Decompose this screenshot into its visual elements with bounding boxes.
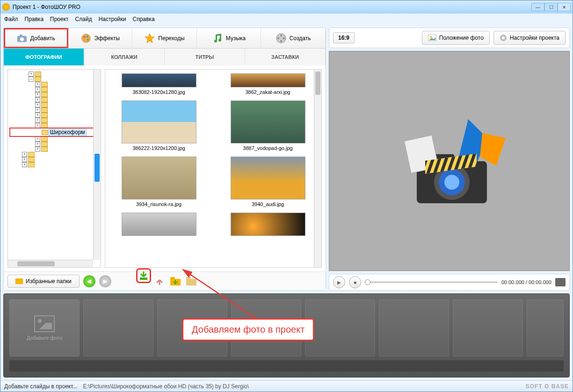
add-to-project-icon[interactable] [138,270,150,282]
thumb-item[interactable]: 3940_audi.jpg [218,157,318,207]
annotation-callout: Добавляем фото в проект [182,318,314,341]
menu-project[interactable]: Проект [50,16,69,22]
playback-bar: ▶ ■ 00:00.000 / 00:00.000 [329,274,570,291]
thumbnail-grid: 383082-1920x1280.jpg 3862_zakat-arxi.jpg… [105,69,322,268]
thumb-item[interactable]: 3887_vodopad-go.jpg [218,100,318,151]
tab-collages[interactable]: КОЛЛАЖИ [84,49,165,65]
svg-rect-17 [186,277,191,280]
svg-marker-28 [480,133,506,166]
thumb-item[interactable]: 3934_risunok-ra.jpg [109,157,209,207]
tree-scrollbar-horizontal[interactable] [8,260,93,267]
svg-point-2 [20,37,24,41]
project-settings-button[interactable]: Настройки проекта [493,31,566,45]
timeline-placeholder[interactable]: Добавьте фото [9,299,80,356]
timeline-slot[interactable] [83,299,153,356]
remove-icon[interactable] [153,275,166,287]
transitions-button[interactable]: Переходы [132,28,197,48]
thumbs-scrollbar[interactable] [314,70,321,267]
thumb-item[interactable]: 3862_zakat-arxi.jpg [218,73,318,95]
aspect-ratio-button[interactable]: 16:9 [333,32,355,43]
remove-folder-icon[interactable] [185,275,197,287]
app-logo-icon [389,110,510,213]
create-label: Создать [290,35,311,42]
timeline-slot[interactable] [453,299,523,356]
timeline-slot[interactable] [379,299,449,356]
svg-marker-7 [145,34,154,43]
add-button[interactable]: Добавить [4,28,68,48]
image-icon [428,35,436,41]
svg-point-26 [444,175,459,190]
placeholder-label: Добавьте фото [27,335,63,341]
svg-point-4 [83,36,85,38]
svg-point-19 [430,36,432,38]
preview-area [329,51,570,271]
maximize-button[interactable]: ☐ [544,3,558,11]
timeline-slot[interactable] [527,299,564,356]
brand-watermark: SOFT O BASE [526,383,569,390]
gear-icon [500,34,507,42]
palette-icon [80,33,92,44]
tab-splash[interactable]: ЗАСТАВКИ [245,49,326,65]
music-icon [212,33,223,44]
camera-icon [16,33,28,44]
folder-tree[interactable]: + − + + + + + + + + + Широкоформ [7,69,101,268]
fullscreen-button[interactable] [555,278,566,286]
svg-rect-15 [170,277,175,280]
music-button[interactable]: Музыка [197,28,261,48]
svg-point-11 [280,40,282,42]
tab-photos[interactable]: ФОТОГРАФИИ [4,49,84,65]
svg-rect-1 [20,35,22,36]
svg-point-5 [87,36,88,37]
play-button[interactable]: ▶ [333,276,345,288]
create-button[interactable]: Создать [261,28,326,48]
photo-position-button[interactable]: Положение фото [422,31,490,45]
app-window: Проект 1 - ФотоШОУ PRO — ☐ ✕ Файл Правка… [0,0,573,392]
timeline-slot[interactable] [305,299,375,356]
effects-button[interactable]: Эффекты [68,28,133,48]
nav-back-icon[interactable]: ◀ [83,275,95,287]
svg-point-10 [283,37,285,39]
titlebar: Проект 1 - ФотоШОУ PRO — ☐ ✕ [0,0,573,14]
thumb-item[interactable]: 383082-1920x1280.jpg [109,73,209,95]
nav-forward-icon[interactable]: ▶ [99,275,111,287]
thumb-item[interactable]: 386222-1920x1200.jpg [109,100,209,151]
svg-point-21 [502,36,505,39]
add-folder-icon[interactable] [169,275,181,287]
main-toolbar: Добавить Эффекты Переходы Музыка [4,28,326,49]
svg-rect-13 [140,278,147,280]
menubar: Файл Правка Проект Слайд Настройки Справ… [0,14,573,25]
seek-slider[interactable] [365,281,498,283]
placeholder-image-icon [34,315,55,332]
preview-toolbar: 16:9 Положение фото Настройки проекта [329,28,570,48]
menu-slide[interactable]: Слайд [75,16,92,22]
thumb-item[interactable] [218,213,318,236]
thumb-item[interactable] [109,213,209,236]
statusbar: Добавьте слайды в проект... E:\Pictures\… [0,380,573,392]
transitions-label: Переходы [158,35,184,42]
favorites-button[interactable]: Избранные папки [7,275,80,288]
tree-scrollbar-vertical[interactable] [93,70,101,260]
svg-point-6 [87,39,89,41]
window-title: Проект 1 - ФотоШОУ PRO [13,4,531,10]
tab-titles[interactable]: ТИТРЫ [165,49,245,65]
right-pane: 16:9 Положение фото Настройки проекта [329,28,570,291]
menu-edit[interactable]: Правка [25,16,44,22]
tree-selected-folder[interactable]: Широкоформ [10,128,99,136]
svg-point-12 [277,37,279,39]
left-pane: Добавить Эффекты Переходы Музыка [3,28,326,291]
menu-file[interactable]: Файл [4,16,18,22]
folder-star-icon [15,278,23,284]
stop-button[interactable]: ■ [349,276,361,288]
timeline-audio-track[interactable] [9,360,564,371]
category-tabs: ФОТОГРАФИИ КОЛЛАЖИ ТИТРЫ ЗАСТАВКИ [4,49,326,65]
svg-point-3 [81,34,91,43]
svg-point-9 [280,35,282,36]
app-icon [2,3,10,11]
add-label: Добавить [30,35,55,42]
minimize-button[interactable]: — [531,3,544,11]
menu-settings[interactable]: Настройки [99,16,126,22]
svg-rect-16 [186,279,196,285]
menu-help[interactable]: Справка [132,16,154,22]
music-label: Музыка [226,35,246,42]
close-button[interactable]: ✕ [558,3,571,11]
